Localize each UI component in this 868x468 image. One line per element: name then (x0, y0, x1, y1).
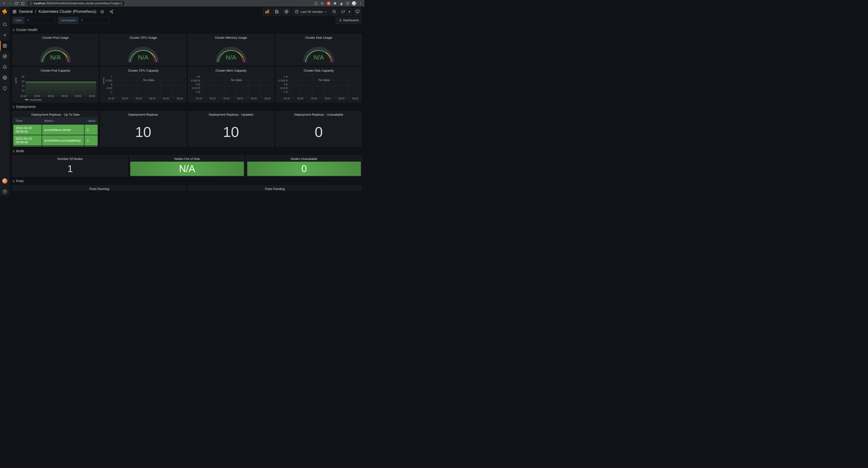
panel-stat[interactable]: Pods Pending (188, 186, 362, 191)
row-header-deployments[interactable]: ⋁ Deployments (12, 103, 362, 110)
sidebar-search[interactable] (0, 20, 10, 29)
help-icon (3, 190, 7, 194)
table-header-time[interactable]: Time (13, 118, 42, 125)
extension-icon[interactable] (333, 1, 337, 5)
panel-timeseries[interactable]: Cluster Disk Capacity 1 B0.500 B0 B-0.50… (276, 67, 362, 102)
grafana-logo-icon[interactable] (2, 8, 8, 14)
extension-red-icon[interactable]: ⊘ (327, 1, 331, 5)
panel-stat[interactable]: Deployment Replicas - Unavailable 0 (276, 111, 362, 147)
table-header-metric[interactable]: Metric▾ (42, 118, 84, 125)
extensions-puzzle-icon[interactable] (339, 1, 343, 5)
sidebar-alerting[interactable] (0, 62, 10, 72)
sidebar-user[interactable] (0, 176, 10, 186)
panel-gauge[interactable]: Cluster Disk Usage N/A (276, 34, 362, 65)
page-title[interactable]: Kubernetes Cluster (Prometheus) (38, 9, 96, 14)
add-panel-button[interactable] (263, 8, 271, 15)
sidebar-dashboards[interactable] (0, 41, 10, 51)
svg-line-12 (6, 25, 6, 26)
monitor-icon (355, 10, 360, 13)
stat-value: 1 (67, 163, 73, 174)
svg-rect-18 (5, 46, 6, 47)
sidebar-create[interactable] (0, 30, 10, 40)
panel-title: Deployment Replicas - Up To Date (13, 111, 98, 118)
home-button[interactable] (21, 1, 25, 5)
chevron-down-icon: ⋁ (12, 105, 14, 108)
variable-value[interactable]: .* (78, 17, 109, 24)
sidebar-explore[interactable] (0, 52, 10, 61)
profile-avatar[interactable] (352, 1, 356, 6)
time-range-picker[interactable]: Last 30 minutes ▾ (292, 8, 329, 15)
svg-point-11 (3, 23, 6, 26)
svg-rect-17 (3, 46, 4, 47)
svg-point-31 (112, 12, 113, 13)
panel-stat[interactable]: Pods Running (12, 186, 186, 191)
variable-row: node.*namespace.* Dashboards (10, 15, 365, 25)
cycle-view-button[interactable] (353, 8, 362, 15)
svg-rect-44 (356, 10, 359, 12)
panel-title: Number Of Nodes (13, 156, 127, 162)
variable-label: namespace (58, 17, 78, 24)
svg-point-10 (361, 4, 361, 4)
browser-toolbar: localhost:3000/d/4XuMd2Iiz/kubernetes-cl… (0, 0, 365, 6)
sidebar (0, 6, 10, 197)
back-button[interactable] (2, 1, 6, 5)
panel-gauge[interactable]: Cluster Memory Usage N/A (188, 34, 274, 65)
share-dashboard-button[interactable] (108, 8, 115, 15)
sidebar-help[interactable] (0, 187, 10, 197)
star-dashboard-button[interactable] (99, 8, 105, 15)
gauge-visual: N/A (125, 44, 161, 62)
table-header-value[interactable]: Value (84, 118, 98, 125)
gear-icon (3, 75, 7, 80)
chevron-down-icon: ⋁ (12, 180, 14, 182)
zoom-out-button[interactable] (330, 8, 338, 15)
panel-stat[interactable]: Nodes Out of Disk N/A (130, 155, 245, 177)
table-row: 2022-04-10 09:05:00prometheus-server1 (13, 124, 98, 135)
search-icon (3, 22, 7, 27)
variable-value[interactable]: .* (24, 17, 55, 24)
star-icon[interactable] (320, 1, 324, 5)
panel-title: Cluster Mem Capacity (188, 67, 274, 73)
row-title: Deployments (16, 105, 36, 109)
svg-rect-35 (267, 11, 268, 13)
save-icon (275, 10, 279, 13)
svg-rect-24 (13, 10, 14, 11)
shield-icon (3, 86, 7, 91)
no-data-label: No data (289, 78, 360, 82)
svg-rect-5 (334, 2, 336, 4)
svg-point-8 (361, 2, 361, 2)
refresh-button[interactable]: ▾ (340, 8, 352, 15)
row-header-node[interactable]: ⋁ Node (12, 147, 362, 155)
reload-button[interactable] (14, 1, 19, 5)
dashboard-settings-button[interactable] (282, 8, 290, 15)
panel-title: Deployment Replicas - Updated (188, 111, 274, 118)
panel-stat[interactable]: Deployment Replicas - Updated 10 (188, 111, 274, 147)
forward-button[interactable] (8, 1, 12, 5)
panel-stat[interactable]: Nodes Unavailable 0 (247, 155, 362, 177)
panel-timeseries[interactable]: Cluster CPU Capacity cores 10.5000-0.50-… (100, 67, 186, 102)
share-icon[interactable] (314, 1, 318, 5)
save-dashboard-button[interactable] (273, 8, 281, 15)
sidebar-configuration[interactable] (0, 73, 10, 82)
panel-timeseries[interactable]: Cluster Mem Capacity 1 B0.500 B0 B-0.50 … (188, 67, 274, 102)
list-icon (338, 19, 342, 22)
svg-rect-34 (266, 11, 266, 13)
row-header-pods[interactable]: ⋁ Pods (12, 178, 362, 185)
dashboards-links-button[interactable]: Dashboards (336, 17, 362, 24)
panel-gauge[interactable]: Cluster Pod Usage N/A (12, 34, 98, 65)
panel-stat[interactable]: Number Of Nodes 1 (12, 155, 128, 177)
panel-timeseries[interactable]: Cluster Pod Capacity pods 25201510 08:40… (12, 67, 98, 102)
url-bar[interactable]: localhost:3000/d/4XuMd2Iiz/kubernetes-cl… (27, 1, 125, 6)
gauge-value: N/A (37, 54, 73, 61)
panel-gauge[interactable]: Cluster CPU Usage N/A (100, 34, 186, 65)
row-title: Node (16, 149, 24, 153)
sidebar-admin[interactable] (0, 83, 10, 93)
svg-rect-27 (15, 12, 16, 13)
panel-icon[interactable] (346, 1, 349, 5)
menu-icon[interactable] (359, 1, 363, 5)
row-header-cluster-health[interactable]: ⋁ Cluster Health (12, 26, 362, 33)
svg-rect-36 (268, 10, 269, 13)
panel-stat[interactable]: Deployment Replicas 10 (100, 111, 186, 147)
breadcrumb-folder[interactable]: General (19, 9, 33, 14)
panel-title: Pods Pending (188, 186, 362, 192)
panel-table[interactable]: Deployment Replicas - Up To Date Time Me… (12, 111, 98, 147)
